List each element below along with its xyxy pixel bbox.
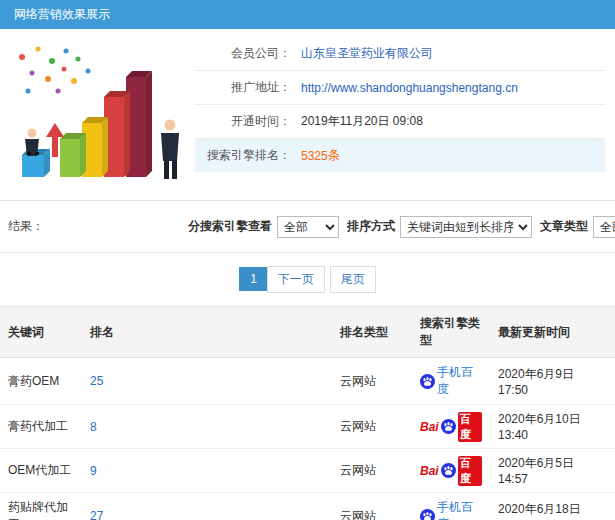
header-updated: 最新更新时间 <box>490 307 615 358</box>
keyword-cell: OEM代加工 <box>0 449 82 493</box>
rank-link[interactable]: 25 <box>90 374 103 388</box>
rank-type-cell: 云网站 <box>332 449 412 493</box>
page-header: 网络营销效果展示 <box>0 0 615 29</box>
result-label: 结果： <box>8 218 188 235</box>
table-header-row: 关键词 排名 排名类型 搜索引擎类型 最新更新时间 <box>0 307 615 358</box>
rank-count-suffix: 条 <box>328 147 340 164</box>
header-rank: 排名 <box>82 307 332 358</box>
rank-cell: 8 <box>82 405 332 449</box>
engine-cell: 手机百度 <box>412 358 490 405</box>
marketing-chart-illustration <box>0 33 195 194</box>
info-row-company: 会员公司： 山东皇圣堂药业有限公司 <box>195 37 605 71</box>
keyword-cell: 药贴牌代加工 <box>0 493 82 520</box>
rank-count-label: 搜索引擎排名： <box>195 147 291 164</box>
page-title: 网络营销效果展示 <box>14 7 110 21</box>
bar-chart-graphic <box>8 39 190 191</box>
baidu-paw-icon <box>441 463 456 478</box>
updated-cell: 2020年6月9日 17:50 <box>490 358 615 405</box>
promotion-url-link[interactable]: http://www.shandonghuangshengtang.cn <box>301 81 518 95</box>
sort-filter-label: 排序方式 <box>347 218 395 235</box>
info-row-url: 推广地址： http://www.shandonghuangshengtang.… <box>195 71 605 105</box>
filter-controls: 分搜索引擎查看 全部 排序方式 关键词由短到长排序 文章类型 全部 提交 <box>188 213 615 240</box>
pagination: 1下一页尾页 <box>0 253 615 306</box>
rank-link[interactable]: 8 <box>90 420 97 434</box>
baidu-paw-icon <box>441 419 456 434</box>
info-rows: 会员公司： 山东皇圣堂药业有限公司 推广地址： http://www.shand… <box>195 33 615 194</box>
table-row: 膏药代加工 8 云网站 Bai 百度 2020年6月10日 13:40 <box>0 405 615 449</box>
info-row-rank-count: 搜索引擎排名： 5325条 <box>195 139 605 172</box>
info-row-open-time: 开通时间： 2019年11月20日 09:08 <box>195 105 605 139</box>
sort-select[interactable]: 关键词由短到长排序 <box>400 216 532 238</box>
page-1-button[interactable]: 1 <box>239 267 268 291</box>
rank-link[interactable]: 27 <box>90 509 103 520</box>
baidu-paw-icon <box>420 509 435 520</box>
table-row: OEM代加工 9 云网站 Bai 百度 2020年6月5日 14:57 <box>0 449 615 493</box>
rank-count-value: 5325 <box>301 149 328 163</box>
updated-cell: 2020年6月10日 13:40 <box>490 405 615 449</box>
rank-link[interactable]: 9 <box>90 464 97 478</box>
type-select[interactable]: 全部 <box>593 216 615 238</box>
info-section: 会员公司： 山东皇圣堂药业有限公司 推广地址： http://www.shand… <box>0 29 615 201</box>
table-row: 药贴牌代加工 27 云网站 手机百度 2020年6月18日 10:25 <box>0 493 615 520</box>
header-engine-type: 搜索引擎类型 <box>412 307 490 358</box>
header-keyword: 关键词 <box>0 307 82 358</box>
mobile-baidu-logo: 手机百度 <box>420 364 482 398</box>
updated-cell: 2020年6月18日 10:25 <box>490 493 615 520</box>
keyword-cell: 膏药代加工 <box>0 405 82 449</box>
engine-cell: Bai 百度 <box>412 405 490 449</box>
last-page-button[interactable]: 尾页 <box>330 266 376 293</box>
promotion-url-label: 推广地址： <box>195 79 291 96</box>
open-time-label: 开通时间： <box>195 113 291 130</box>
next-page-button[interactable]: 下一页 <box>267 266 325 293</box>
page: 网络营销效果展示 <box>0 0 615 520</box>
company-link[interactable]: 山东皇圣堂药业有限公司 <box>301 45 433 62</box>
rank-type-cell: 云网站 <box>332 358 412 405</box>
table-body: 膏药OEM 25 云网站 手机百度 2020年6月9日 17:50 膏药代加工 … <box>0 358 615 520</box>
results-table: 关键词 排名 排名类型 搜索引擎类型 最新更新时间 膏药OEM 25 云网站 手… <box>0 306 615 520</box>
filter-bar: 结果： 分搜索引擎查看 全部 排序方式 关键词由短到长排序 文章类型 全部 提交 <box>0 201 615 253</box>
mobile-baidu-logo: 手机百度 <box>420 499 482 520</box>
header-rank-type: 排名类型 <box>332 307 412 358</box>
table-row: 膏药OEM 25 云网站 手机百度 2020年6月9日 17:50 <box>0 358 615 405</box>
rank-cell: 25 <box>82 358 332 405</box>
rank-type-cell: 云网站 <box>332 405 412 449</box>
type-filter-label: 文章类型 <box>540 218 588 235</box>
rank-type-cell: 云网站 <box>332 493 412 520</box>
keyword-cell: 膏药OEM <box>0 358 82 405</box>
rank-cell: 27 <box>82 493 332 520</box>
engine-select[interactable]: 全部 <box>277 216 339 238</box>
open-time-value: 2019年11月20日 09:08 <box>301 113 423 130</box>
engine-cell: 手机百度 <box>412 493 490 520</box>
updated-cell: 2020年6月5日 14:57 <box>490 449 615 493</box>
engine-cell: Bai 百度 <box>412 449 490 493</box>
engine-filter-label: 分搜索引擎查看 <box>188 218 272 235</box>
baidu-logo: Bai 百度 <box>420 412 482 442</box>
rank-cell: 9 <box>82 449 332 493</box>
company-label: 会员公司： <box>195 45 291 62</box>
baidu-logo: Bai 百度 <box>420 456 482 486</box>
baidu-paw-icon <box>420 374 435 389</box>
